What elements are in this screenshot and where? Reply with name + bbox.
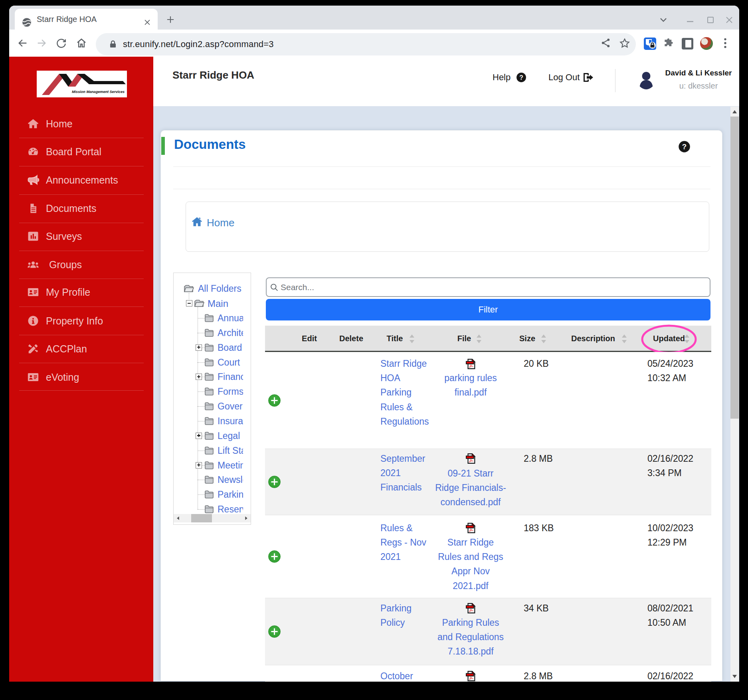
svg-text:?: ? bbox=[682, 142, 687, 151]
svg-text:?: ? bbox=[519, 74, 523, 81]
svg-text:Mission Management Services: Mission Management Services bbox=[72, 89, 125, 94]
